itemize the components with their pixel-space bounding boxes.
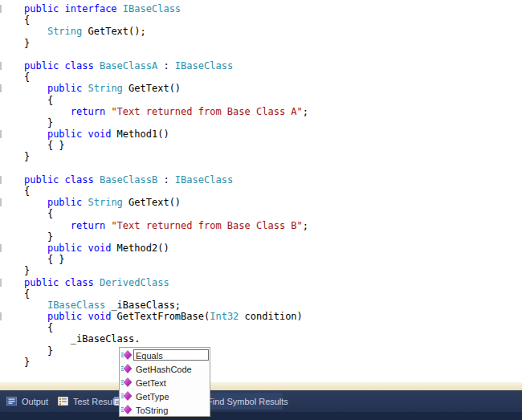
code-editor[interactable]: public interface IBaseClass{ String GetT… — [0, 0, 522, 382]
completion-item-label: ToString — [133, 404, 209, 415]
code-token: { } — [24, 140, 65, 151]
code-token: String — [88, 83, 122, 94]
panel-tab-output[interactable]: Output — [2, 393, 53, 410]
code-token: public void — [47, 311, 117, 322]
code-token — [24, 220, 71, 231]
code-line: } — [24, 231, 522, 243]
code-token: return — [71, 106, 112, 117]
change-tracking-marker — [0, 62, 2, 70]
code-token: IBaseClass — [47, 300, 105, 311]
code-line: return "Text returned from Base Class A"… — [24, 106, 522, 117]
code-token: public class — [24, 174, 100, 186]
code-line: String GetText(); — [24, 26, 522, 37]
code-token — [24, 26, 47, 37]
completion-item-label: GetType — [133, 390, 209, 402]
code-line: { } — [24, 140, 522, 151]
code-token: "Text returned from Base Class A" — [111, 106, 302, 117]
code-token — [24, 83, 47, 94]
change-tracking-marker — [0, 176, 2, 184]
completion-item-gettext[interactable]: GetText — [120, 375, 210, 389]
code-token: public — [47, 83, 88, 94]
completion-item-gethashcode[interactable]: GetHashCode — [120, 361, 210, 375]
code-token: } — [24, 151, 30, 162]
completion-item-label: GetHashCode — [133, 363, 209, 374]
completion-item-label: GetText — [133, 377, 209, 388]
code-content: public interface IBaseClass{ String GetT… — [0, 0, 522, 368]
code-token: DerivedClass — [100, 277, 169, 288]
code-token: public void — [47, 243, 117, 254]
code-line: } — [24, 345, 522, 357]
code-line: { — [24, 95, 522, 106]
code-token: : — [157, 174, 175, 186]
panel-tab-label: Output — [22, 397, 48, 406]
code-token: GetTextFromBase( — [117, 311, 210, 322]
completion-item-gettype[interactable]: GetType — [120, 389, 210, 402]
code-token: condition) — [239, 311, 302, 322]
code-line: { — [24, 322, 522, 333]
change-tracking-marker — [0, 130, 2, 138]
code-token: return — [71, 220, 112, 231]
completion-item-tostring[interactable]: ToString — [120, 402, 210, 416]
code-token: } — [24, 265, 30, 276]
editor-bottom-strip — [0, 382, 522, 390]
code-token — [24, 300, 47, 311]
code-line: } — [24, 117, 522, 128]
code-line: { — [24, 288, 522, 300]
completion-item-equals[interactable]: Equals — [120, 348, 210, 361]
code-line: public void Method1() — [24, 128, 522, 140]
code-token: { — [24, 208, 53, 219]
code-token: BaseClassB — [100, 174, 157, 186]
code-line: { } — [24, 254, 522, 265]
code-token: public void — [47, 128, 117, 140]
intellisense-popup[interactable]: EqualsGetHashCodeGetTextGetTypeToString — [119, 347, 210, 417]
code-line: } — [24, 357, 522, 368]
code-line: public String GetText() — [24, 197, 522, 208]
code-token: } — [24, 357, 30, 368]
code-token: : — [157, 60, 175, 71]
code-token: { — [24, 71, 30, 83]
code-line: { — [24, 14, 522, 26]
code-token: BaseClassA — [100, 60, 157, 71]
code-token: Method1() — [117, 128, 169, 140]
code-line: } — [24, 38, 522, 49]
code-token — [24, 311, 47, 322]
code-token: GetText() — [123, 83, 181, 94]
code-line — [24, 49, 522, 60]
code-token — [24, 197, 47, 208]
code-line: public class DerivedClass — [24, 277, 522, 288]
visual-studio-window: public interface IBaseClass{ String GetT… — [0, 0, 522, 420]
code-token: } — [24, 38, 30, 49]
code-token: } — [24, 117, 53, 128]
code-token: IBaseClass — [175, 174, 233, 186]
code-token: ; — [303, 220, 308, 231]
code-line: public String GetText() — [24, 83, 522, 94]
method-icon — [120, 405, 133, 414]
output-icon — [6, 397, 17, 406]
code-token: } — [24, 231, 53, 243]
code-line: } — [24, 151, 522, 162]
code-token: public class — [24, 277, 100, 288]
code-token: String — [88, 197, 122, 208]
panel-bar-lower — [0, 412, 522, 420]
code-token — [24, 106, 71, 117]
code-token: String — [47, 26, 82, 37]
test-results-icon — [58, 397, 68, 406]
code-line: return "Text returned from Base Class B"… — [24, 220, 522, 231]
code-token: Int32 — [210, 311, 239, 322]
code-token: { } — [24, 254, 65, 265]
code-line: public class BaseClassA : IBaseClass — [24, 60, 522, 71]
code-line: { — [24, 71, 522, 83]
code-token: "Text returned from Base Class B" — [111, 220, 302, 231]
code-line: } — [24, 265, 522, 276]
code-line: _iBaseClass. — [24, 333, 522, 345]
code-token — [24, 243, 47, 254]
code-line: public class BaseClassB : IBaseClass — [24, 174, 522, 186]
change-tracking-marker — [0, 5, 2, 13]
code-token: { — [24, 322, 53, 333]
method-icon — [120, 391, 133, 401]
panel-tab-label: Find Symbol Results — [207, 397, 288, 406]
code-line: public void Method2() — [24, 243, 522, 254]
code-line: public void GetTextFromBase(Int32 condit… — [24, 311, 522, 322]
code-token: { — [24, 288, 30, 300]
code-line — [24, 163, 522, 174]
